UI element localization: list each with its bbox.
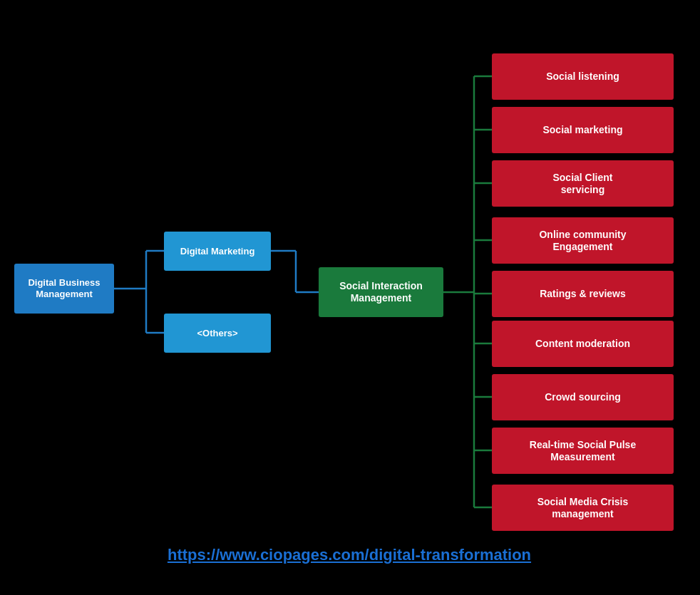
online-community-engagement-label: Online communityEngagement — [539, 229, 626, 253]
social-interaction-management-label: Social Interaction Management — [324, 280, 438, 304]
social-interaction-management-box: Social Interaction Management — [319, 267, 443, 317]
crowd-sourcing-label: Crowd sourcing — [545, 391, 621, 403]
social-client-servicing-label: Social Clientservicing — [552, 172, 612, 196]
social-listening-label: Social listening — [546, 71, 619, 83]
social-marketing-box: Social marketing — [492, 107, 674, 153]
digital-marketing-label: Digital Marketing — [180, 246, 255, 257]
others-box: <Others> — [164, 314, 271, 353]
online-community-engagement-box: Online communityEngagement — [492, 217, 674, 264]
social-media-crisis-management-box: Social Media Crisismanagement — [492, 485, 674, 531]
footer-link[interactable]: https://www.ciopages.com/digital-transfo… — [7, 546, 691, 564]
content-moderation-label: Content moderation — [535, 338, 630, 350]
ratings-reviews-label: Ratings & reviews — [540, 288, 626, 300]
social-listening-box: Social listening — [492, 53, 674, 100]
crowd-sourcing-box: Crowd sourcing — [492, 374, 674, 420]
social-client-servicing-box: Social Clientservicing — [492, 160, 674, 207]
digital-marketing-box: Digital Marketing — [164, 232, 271, 271]
social-marketing-label: Social marketing — [542, 124, 622, 136]
content-moderation-box: Content moderation — [492, 321, 674, 367]
ratings-reviews-box: Ratings & reviews — [492, 271, 674, 317]
others-label: <Others> — [197, 328, 237, 339]
realtime-social-pulse-label: Real-time Social PulseMeasurement — [530, 439, 636, 463]
realtime-social-pulse-box: Real-time Social PulseMeasurement — [492, 428, 674, 474]
digital-business-management-box: Digital Business Management — [14, 264, 114, 314]
social-media-crisis-management-label: Social Media Crisismanagement — [537, 496, 629, 520]
diagram-container: Digital Business Management Digital Mark… — [7, 14, 691, 577]
digital-business-management-label: Digital Business Management — [19, 277, 109, 299]
